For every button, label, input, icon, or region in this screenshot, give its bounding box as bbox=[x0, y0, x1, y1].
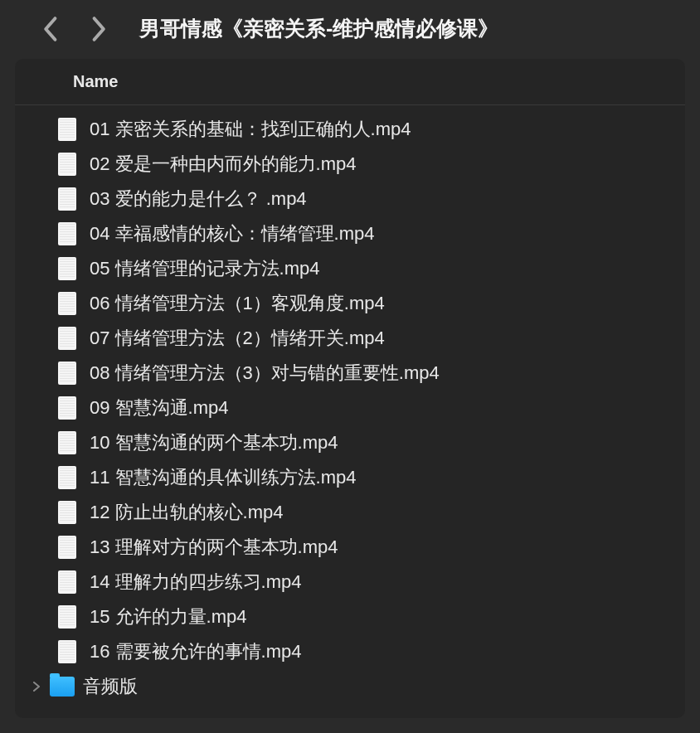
file-name: 04 幸福感情的核心：情绪管理.mp4 bbox=[90, 221, 375, 246]
file-row[interactable]: 09 智慧沟通.mp4 bbox=[15, 391, 685, 425]
file-row[interactable]: 03 爱的能力是什么？ .mp4 bbox=[15, 182, 685, 216]
file-browser: Name 01 亲密关系的基础：找到正确的人.mp402 爱是一种由内而外的能力… bbox=[15, 59, 685, 718]
file-name: 13 理解对方的两个基本功.mp4 bbox=[90, 535, 338, 560]
file-name: 08 情绪管理方法（3）对与错的重要性.mp4 bbox=[90, 361, 440, 386]
chevron-right-icon bbox=[32, 682, 41, 692]
finder-window: 男哥情感《亲密关系-维护感情必修课》 Name 01 亲密关系的基础：找到正确的… bbox=[0, 0, 700, 733]
nav-buttons bbox=[41, 16, 108, 42]
file-row[interactable]: 14 理解力的四步练习.mp4 bbox=[15, 565, 685, 600]
file-row[interactable]: 15 允许的力量.mp4 bbox=[15, 600, 685, 634]
document-icon bbox=[58, 501, 76, 524]
document-icon bbox=[58, 257, 76, 280]
column-header-row: Name bbox=[15, 59, 685, 105]
file-row[interactable]: 01 亲密关系的基础：找到正确的人.mp4 bbox=[15, 112, 685, 147]
file-row[interactable]: 16 需要被允许的事情.mp4 bbox=[15, 634, 685, 669]
file-name: 01 亲密关系的基础：找到正确的人.mp4 bbox=[90, 117, 411, 142]
document-icon bbox=[58, 536, 76, 559]
chevron-left-icon bbox=[41, 16, 58, 42]
file-name: 05 情绪管理的记录方法.mp4 bbox=[90, 256, 320, 281]
file-row[interactable]: 04 幸福感情的核心：情绪管理.mp4 bbox=[15, 216, 685, 251]
document-icon bbox=[58, 292, 76, 315]
file-name: 14 理解力的四步练习.mp4 bbox=[90, 570, 302, 595]
file-name: 12 防止出轨的核心.mp4 bbox=[90, 500, 284, 525]
file-row[interactable]: 11 智慧沟通的具体训练方法.mp4 bbox=[15, 460, 685, 495]
document-icon bbox=[58, 327, 76, 350]
file-row[interactable]: 07 情绪管理方法（2）情绪开关.mp4 bbox=[15, 321, 685, 356]
folder-icon bbox=[50, 677, 75, 697]
folder-row[interactable]: 音频版 bbox=[15, 669, 685, 704]
document-icon bbox=[58, 187, 76, 211]
document-icon bbox=[58, 362, 76, 385]
column-header-name[interactable]: Name bbox=[73, 72, 685, 91]
document-icon bbox=[58, 396, 76, 420]
file-name: 02 爱是一种由内而外的能力.mp4 bbox=[90, 152, 357, 177]
document-icon bbox=[58, 222, 76, 245]
file-name: 09 智慧沟通.mp4 bbox=[90, 396, 229, 420]
document-icon bbox=[58, 570, 76, 594]
file-list: 01 亲密关系的基础：找到正确的人.mp402 爱是一种由内而外的能力.mp40… bbox=[15, 105, 685, 711]
file-row[interactable]: 06 情绪管理方法（1）客观角度.mp4 bbox=[15, 286, 685, 321]
file-row[interactable]: 02 爱是一种由内而外的能力.mp4 bbox=[15, 147, 685, 182]
disclosure-triangle[interactable] bbox=[32, 682, 41, 692]
file-name: 11 智慧沟通的具体训练方法.mp4 bbox=[90, 465, 357, 490]
forward-button[interactable] bbox=[91, 16, 108, 42]
file-name: 07 情绪管理方法（2）情绪开关.mp4 bbox=[90, 326, 385, 351]
document-icon bbox=[58, 605, 76, 629]
file-row[interactable]: 08 情绪管理方法（3）对与错的重要性.mp4 bbox=[15, 356, 685, 391]
document-icon bbox=[58, 466, 76, 489]
toolbar: 男哥情感《亲密关系-维护感情必修课》 bbox=[0, 0, 700, 59]
file-row[interactable]: 12 防止出轨的核心.mp4 bbox=[15, 495, 685, 530]
file-row[interactable]: 13 理解对方的两个基本功.mp4 bbox=[15, 530, 685, 565]
document-icon bbox=[58, 118, 76, 141]
back-button[interactable] bbox=[41, 16, 58, 42]
file-name: 06 情绪管理方法（1）客观角度.mp4 bbox=[90, 291, 385, 316]
folder-name: 音频版 bbox=[83, 674, 138, 699]
file-row[interactable]: 10 智慧沟通的两个基本功.mp4 bbox=[15, 425, 685, 460]
file-name: 10 智慧沟通的两个基本功.mp4 bbox=[90, 430, 338, 455]
file-name: 15 允许的力量.mp4 bbox=[90, 604, 247, 629]
chevron-right-icon bbox=[91, 16, 108, 42]
file-name: 16 需要被允许的事情.mp4 bbox=[90, 639, 302, 664]
document-icon bbox=[58, 640, 76, 663]
document-icon bbox=[58, 431, 76, 454]
file-row[interactable]: 05 情绪管理的记录方法.mp4 bbox=[15, 251, 685, 286]
file-name: 03 爱的能力是什么？ .mp4 bbox=[90, 187, 307, 211]
window-title: 男哥情感《亲密关系-维护感情必修课》 bbox=[139, 15, 498, 42]
document-icon bbox=[58, 153, 76, 176]
